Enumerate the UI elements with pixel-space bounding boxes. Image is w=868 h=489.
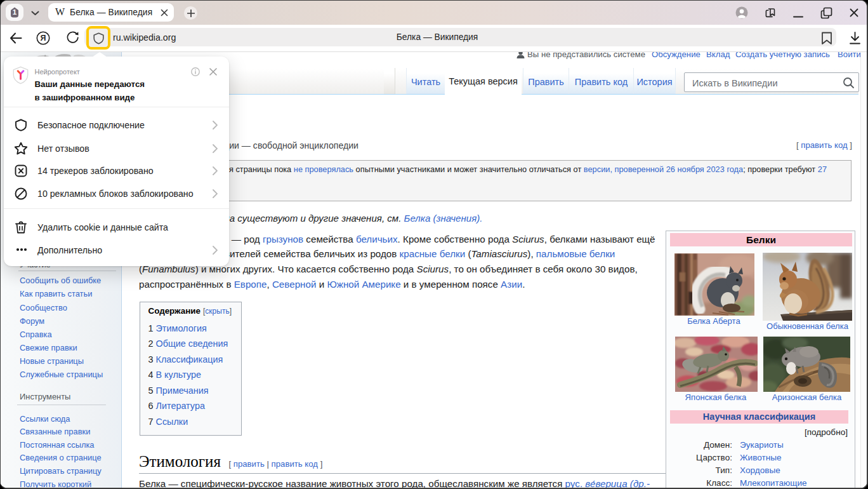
svg-text:Я: Я (41, 34, 46, 43)
